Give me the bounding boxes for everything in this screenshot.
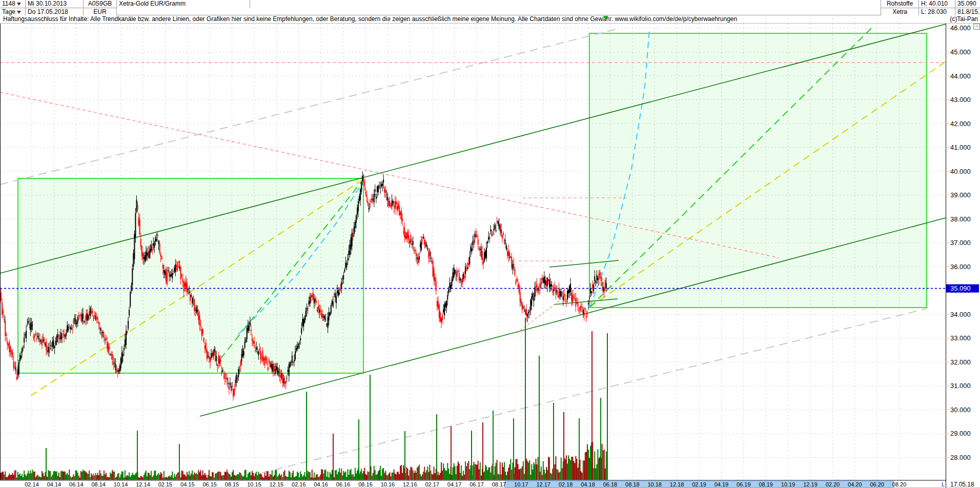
volume-spike <box>539 356 540 480</box>
date-tick-label: 06.19 <box>737 481 751 487</box>
volume-spike <box>179 444 180 480</box>
date-tick-label: 10.14 <box>114 481 128 487</box>
date-tick-label: 10.16 <box>381 481 395 487</box>
price-tick-label: 39.000 <box>950 191 971 199</box>
date-tick-label: 10.19 <box>781 481 795 487</box>
date-tick-label: 06.15 <box>202 481 217 487</box>
price-tick-label: 34.000 <box>950 311 971 318</box>
price-marker-value: 35.090 <box>950 284 971 292</box>
volume-spike <box>607 333 608 480</box>
date-tick-label: 02.15 <box>158 481 173 487</box>
date-tick-label: 12.18 <box>670 481 684 487</box>
price-axis: 46.00045.00044.00043.00042.00041.00040.0… <box>946 24 979 461</box>
date-tick-label: 12.16 <box>403 481 417 487</box>
volume-spike <box>600 398 601 480</box>
date-tick-label: 10.15 <box>247 481 261 487</box>
price-tick-label: 45.000 <box>950 48 971 56</box>
date-tick-label: 04.18 <box>581 481 595 487</box>
chart-plot-area[interactable]: 46.00045.00044.00043.00042.00041.00040.0… <box>0 0 980 488</box>
volume-spike <box>579 418 580 480</box>
date-tick-label: 04.20 <box>848 481 862 487</box>
price-tick-label: 29.000 <box>950 430 971 437</box>
price-tick-label: 43.000 <box>950 96 971 104</box>
volume-spike <box>525 318 526 480</box>
date-tick-label: 12.17 <box>536 481 550 487</box>
date-tick-label: 06.20 <box>870 481 884 487</box>
volume-spike <box>591 331 593 480</box>
projection-box-2014-2016 <box>18 178 363 373</box>
volume-spike <box>404 431 405 480</box>
volume-down <box>0 442 606 480</box>
price-tick-label: 37.000 <box>950 239 971 247</box>
date-tick-label: 02.20 <box>826 481 840 487</box>
gray-trend-up-long <box>0 28 620 185</box>
price-tick-label: 41.000 <box>950 144 971 151</box>
volume-spike <box>358 419 359 480</box>
date-tick-label: 08.15 <box>225 481 239 487</box>
price-tick-label: 38.000 <box>950 215 971 223</box>
date-tick-label: 10.18 <box>647 481 662 487</box>
price-tick-label: 44.000 <box>950 72 971 80</box>
date-tick-label: 04.16 <box>314 481 328 487</box>
date-tick-label: 12.14 <box>136 481 150 487</box>
volume-spike <box>436 414 437 480</box>
date-tick-label: 02.18 <box>559 481 573 487</box>
date-tick-label: 12.19 <box>803 481 818 487</box>
date-tick-label: 04.19 <box>714 481 729 487</box>
volume-spike <box>46 448 47 480</box>
date-tick-label: 08.18 <box>625 481 640 487</box>
price-tick-label: 33.000 <box>950 334 971 342</box>
date-tick-label: 04.15 <box>180 481 195 487</box>
price-tick-label: 32.000 <box>950 358 971 366</box>
date-tick-label: 08.16 <box>358 481 373 487</box>
projection-boxes <box>18 33 927 373</box>
date-tick-label: 02.19 <box>692 481 706 487</box>
date-tick-label: 08.14 <box>91 481 106 487</box>
volume-spike <box>471 431 472 480</box>
volume-spike <box>482 422 483 480</box>
price-tick-label: 31.000 <box>950 382 971 390</box>
date-tick-label: 06.17 <box>469 481 484 487</box>
volume-spike <box>563 412 564 480</box>
price-tick-label: 36.000 <box>950 263 971 271</box>
volume-spike <box>513 418 514 480</box>
price-tick-label: 42.000 <box>950 120 971 128</box>
volume-spike <box>553 403 554 480</box>
price-tick-label: 40.000 <box>950 168 971 175</box>
volume-spike <box>137 431 138 480</box>
date-tick-label: 10.17 <box>514 481 528 487</box>
date-axis: 02.1404.1406.1408.1410.1412.1402.1504.15… <box>0 481 980 488</box>
projection-box-2018-2020 <box>589 33 927 308</box>
date-tick-label: 08.17 <box>492 481 506 487</box>
taipan-chart-window: { "header": { "bars_count": "1148", "per… <box>0 0 980 488</box>
price-tick-label: 28.000 <box>950 454 971 461</box>
volume-spike <box>493 411 494 480</box>
date-tick-label: 04.17 <box>447 481 462 487</box>
date-tick-label: 08.19 <box>759 481 773 487</box>
date-tick-label: 02.14 <box>25 481 39 487</box>
date-tick-label: 06.18 <box>603 481 618 487</box>
date-tick-label: 06.14 <box>69 481 84 487</box>
date-tick-label: 04.14 <box>47 481 62 487</box>
price-tick-label: 30.000 <box>950 406 971 414</box>
last-date-label: 17.05.18 <box>950 481 974 488</box>
price-tick-label: 46.000 <box>950 24 971 32</box>
date-tick-label: 06.16 <box>336 481 351 487</box>
scale-letter: L <box>942 481 945 487</box>
volume-spike <box>306 392 307 480</box>
volume-spike <box>370 375 371 480</box>
date-tick-label: 12.15 <box>270 481 284 487</box>
date-tick-label: 02.16 <box>292 481 306 487</box>
volume-spike <box>451 426 452 480</box>
date-tick-label: 02.17 <box>425 481 439 487</box>
volume-spike <box>333 434 334 480</box>
date-tick-label: 08.20 <box>892 481 907 487</box>
